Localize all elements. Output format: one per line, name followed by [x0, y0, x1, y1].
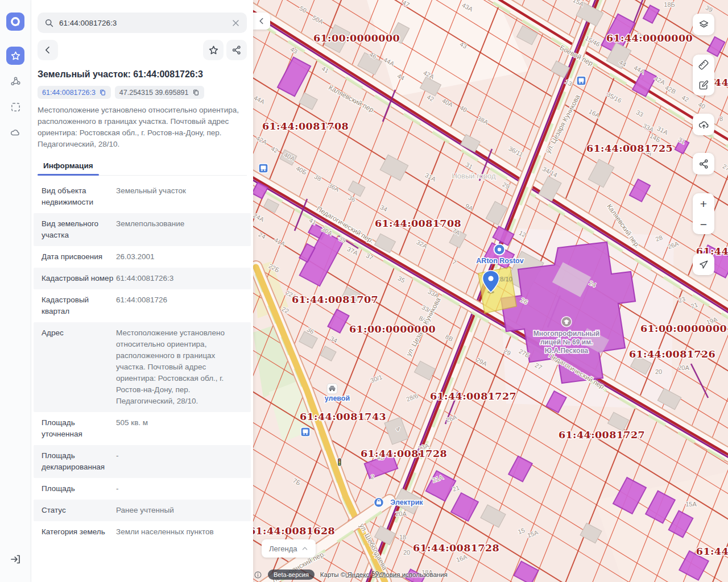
- chip-text: 61:44:0081726:3: [42, 89, 96, 97]
- auto-poi-icon: [327, 384, 337, 394]
- legend-button[interactable]: Легенда: [262, 539, 316, 558]
- measure-edit-controls: [693, 55, 714, 95]
- back-button[interactable]: [38, 40, 58, 60]
- info-row-label: Категория земель: [42, 526, 116, 538]
- q-label: 61:44:0081728: [413, 542, 499, 554]
- app-logo[interactable]: [6, 13, 24, 31]
- star-icon: [208, 45, 219, 56]
- navigate-icon: [698, 259, 709, 270]
- chips-row: 61:44:0081726:3 47.254315 39.695891: [38, 86, 247, 99]
- clear-search-icon[interactable]: [231, 19, 240, 27]
- zoom-out-button[interactable]: −: [693, 214, 714, 234]
- bus-stop-icon: [259, 164, 268, 173]
- pn-label: 18Б: [664, 1, 675, 8]
- measure-button[interactable]: [693, 55, 714, 75]
- school-poi-icon: [561, 317, 572, 327]
- poi-label: улевой: [325, 394, 350, 402]
- info-row-value: Земельный участок: [116, 185, 243, 208]
- map-footer: Beta-версия Карты © Яндекс Условия испол…: [253, 569, 448, 580]
- share-icon: [698, 159, 709, 169]
- copy-icon[interactable]: [192, 89, 200, 96]
- share-button[interactable]: [226, 40, 247, 60]
- q-label: 61:00:0000000: [349, 323, 436, 335]
- q-label: 61:44:0081725: [586, 143, 673, 154]
- info-row-value: Земли населенных пунктов: [116, 526, 243, 538]
- sch-label: лицей № 69 им.: [540, 338, 593, 346]
- info-row-label: Площадь уточненная: [42, 417, 116, 440]
- info-row-label: Вид объекта недвижимости: [42, 185, 116, 208]
- info-row-label: Кадастровый квартал: [42, 294, 116, 317]
- tabs-bar: Информация: [38, 158, 247, 176]
- tab-information[interactable]: Информация: [38, 158, 99, 175]
- legend-label: Легенда: [269, 544, 297, 553]
- info-table: Вид объекта недвижимостиЗемельный участо…: [31, 180, 253, 543]
- sidebar-item-graph[interactable]: [6, 72, 24, 90]
- pn-label: 20А: [678, 364, 689, 371]
- q-label: 61:00:0000000: [313, 32, 400, 44]
- q-label: 61:44:0081628: [253, 525, 335, 537]
- dashed-square-icon: [10, 102, 21, 113]
- q-label: 61:44:0081727: [559, 429, 645, 440]
- graph-icon: [10, 76, 21, 87]
- object-description: Местоположение установлено относительно …: [38, 105, 247, 150]
- sch-label: Многопрофильный: [533, 330, 599, 338]
- sidebar-item-cloud[interactable]: [6, 123, 24, 142]
- sign-in-icon: [10, 554, 21, 565]
- sign-in-button[interactable]: [6, 550, 24, 568]
- q-label: 61:00:0000000: [640, 323, 727, 334]
- info-row: Кадастровый квартал61:44:0081726: [34, 289, 251, 322]
- bus-stop-icon: [577, 76, 586, 85]
- logo-icon: [9, 15, 22, 28]
- layers-control[interactable]: [693, 14, 714, 35]
- sch-label: Ю.А.Пескова: [545, 347, 589, 355]
- cloud-upload-icon: [698, 119, 710, 131]
- page-title: Земельный участок: 61:44:0081726:3: [38, 69, 247, 80]
- share-map-control[interactable]: [693, 153, 714, 174]
- info-row-value: Ранее учтенный: [116, 505, 243, 516]
- pn-label: 20: [403, 549, 410, 556]
- info-row-value: Землепользование: [116, 218, 243, 241]
- locate-control[interactable]: [693, 253, 714, 275]
- chip-text: 47.254315 39.695891: [119, 89, 189, 97]
- info-row: Дата присвоения26.03.2001: [34, 246, 251, 268]
- q-label: 61:44:0081728: [361, 448, 447, 459]
- search-bar[interactable]: [38, 13, 247, 33]
- upload-control[interactable]: [693, 114, 714, 135]
- poi-label: Электрик: [390, 498, 423, 506]
- info-row-value: 61:44:0081726: [116, 294, 243, 317]
- q-label: 61:44:0000000: [606, 32, 693, 44]
- panel-header: [38, 40, 247, 60]
- sidebar-item-select-area[interactable]: [6, 98, 24, 116]
- collapse-panel-button[interactable]: [253, 13, 270, 30]
- info-row-value: Местоположение установлено относительно …: [116, 327, 243, 407]
- favorite-button[interactable]: [203, 40, 224, 60]
- copy-icon[interactable]: [99, 89, 106, 96]
- pn-label: 18: [399, 534, 406, 541]
- info-row-label: Площадь декларированная: [42, 450, 116, 473]
- beta-badge: Beta-версия: [268, 569, 315, 580]
- coordinates-chip[interactable]: 47.254315 39.695891: [115, 86, 204, 99]
- cloud-icon: [10, 127, 21, 138]
- search-input[interactable]: [59, 19, 231, 27]
- place-label: Новый город: [452, 172, 496, 180]
- cadastral-map[interactable]: 28/10 5050А484743А434644А4442А4240А4038А…: [253, 0, 728, 582]
- map-attribution: Карты © Яндекс: [320, 571, 369, 578]
- info-row-value: 61:44:0081726:3: [116, 273, 243, 284]
- info-row-label: Кадастровый номер: [42, 273, 116, 284]
- shop-poi-icon: [374, 498, 384, 508]
- info-row-label: Статус: [42, 505, 116, 516]
- edit-button[interactable]: [693, 75, 714, 95]
- info-row: Площадь декларированная-: [34, 445, 251, 478]
- zoom-in-button[interactable]: +: [693, 193, 714, 214]
- zoom-controls: + −: [693, 193, 714, 234]
- cadastral-number-chip[interactable]: 61:44:0081726:3: [38, 86, 111, 99]
- terms-link[interactable]: Условия использования: [375, 571, 448, 578]
- info-row: Вид земельного участкаЗемлепользование: [34, 213, 251, 246]
- info-row: Вид объекта недвижимостиЗемельный участо…: [34, 180, 251, 213]
- sidebar-item-favorites[interactable]: [6, 47, 24, 65]
- map-canvas[interactable]: 28/10 5050А484743А434644А4442А4240А4038А…: [253, 0, 728, 582]
- object-info-panel: Земельный участок: 61:44:0081726:3 61:44…: [31, 0, 253, 582]
- q-label: 61:44:0081708: [262, 120, 349, 132]
- traffic-light-icon: [338, 458, 342, 466]
- info-button[interactable]: [253, 570, 262, 579]
